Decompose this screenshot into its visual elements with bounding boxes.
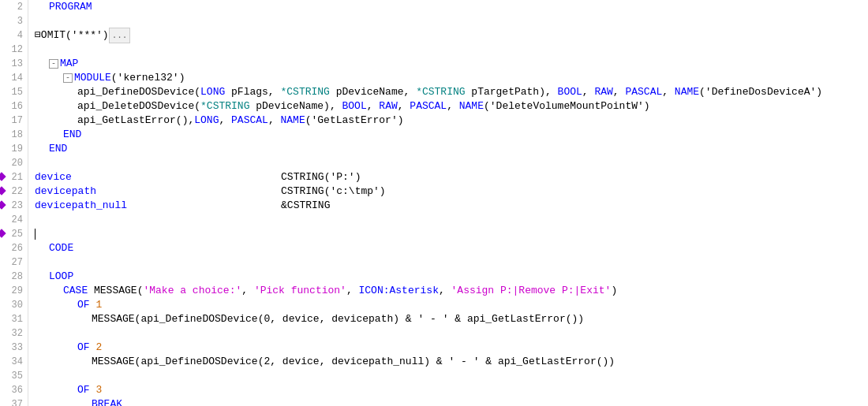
line-number: 22 — [0, 184, 28, 199]
collapsed-block[interactable]: ... — [109, 28, 131, 43]
code-token: MAP — [60, 57, 78, 71]
diamond-marker — [0, 229, 6, 237]
table-row — [35, 14, 868, 28]
code-token — [90, 341, 96, 355]
code-token: NAME — [280, 114, 305, 128]
code-token: *CSTRING — [416, 85, 465, 99]
table-row — [35, 156, 868, 170]
code-token: pTargetPath), — [466, 85, 558, 99]
line-number: 23 — [0, 199, 28, 213]
code-token: , — [398, 99, 410, 114]
line-number: 34 — [0, 355, 28, 369]
table-row: END — [35, 142, 868, 156]
line-number: 12 — [0, 43, 28, 57]
code-token: CSTRING('c:\tmp') — [96, 184, 386, 199]
code-token: LOOP — [49, 270, 73, 284]
code-token: ('DeleteVolumeMountPointW') — [484, 99, 650, 114]
code-token: ('GetLastError') — [305, 114, 404, 128]
fold-icon[interactable]: - — [63, 73, 73, 83]
code-token: CSTRING('P:') — [72, 170, 361, 184]
table-row: devicepath CSTRING('c:\tmp') — [35, 184, 868, 199]
code-token: MESSAGE( — [88, 284, 143, 298]
code-token: 3 — [95, 383, 102, 397]
line-number: 18 — [0, 128, 28, 142]
code-token: pFlags, — [225, 85, 280, 99]
line-number: 21 — [0, 170, 28, 184]
code-area[interactable]: PROGRAM⊟OMIT('***')...-MAP-MODULE('kerne… — [28, 0, 868, 406]
line-number: 15 — [0, 85, 28, 99]
code-token: , — [367, 99, 380, 114]
table-row: MESSAGE(api_DefineDOSDevice(2, device, d… — [35, 355, 868, 369]
table-row: api_GetLastError(),LONG, PASCAL, NAME('G… — [35, 114, 868, 128]
code-token: , — [613, 85, 626, 99]
code-token: , — [447, 99, 459, 114]
table-row — [35, 255, 868, 270]
line-numbers: 2341213141516171819202122232425262728293… — [0, 0, 28, 406]
code-token: device — [35, 170, 72, 184]
table-row: OF 3 — [35, 383, 868, 397]
code-token: (api_DefineDOSDevice(2, device, devicepa… — [135, 355, 615, 369]
code-token: *CSTRING — [200, 99, 249, 114]
line-number: 29 — [0, 284, 28, 298]
code-token: LONG — [194, 114, 219, 128]
code-token: BOOL — [558, 85, 582, 99]
code-token: END — [63, 128, 81, 142]
line-number: 3 — [0, 14, 28, 28]
line-number: 20 — [0, 156, 28, 170]
line-gutter: 2341213141516171819202122232425262728293… — [0, 0, 28, 406]
code-token: 2 — [95, 341, 102, 355]
line-number: 37 — [0, 397, 28, 406]
table-row: OF 2 — [35, 341, 868, 355]
code-token: PASCAL — [410, 99, 447, 114]
code-token: MESSAGE — [92, 355, 135, 369]
line-number: 24 — [0, 213, 28, 227]
code-token: api_DefineDOSDevice — [77, 85, 194, 99]
line-number: 35 — [0, 369, 28, 383]
diamond-marker — [0, 200, 6, 209]
code-token: OF — [77, 383, 90, 397]
code-token: , — [346, 284, 359, 298]
table-row — [35, 43, 868, 57]
line-number: 32 — [0, 326, 28, 341]
code-token: *CSTRING — [280, 85, 329, 99]
code-token: ( — [194, 85, 200, 99]
code-token: BOOL — [342, 99, 367, 114]
code-token: , — [241, 284, 254, 298]
table-row: CODE — [35, 241, 868, 255]
code-token: devicepath — [35, 184, 96, 199]
code-token: 'Pick function' — [254, 284, 346, 298]
table-row: END — [35, 128, 868, 142]
line-number: 36 — [0, 383, 28, 397]
code-token: OF — [77, 341, 90, 355]
code-token: LONG — [200, 85, 225, 99]
code-token: pDeviceName, — [330, 85, 416, 99]
code-token: RAW — [379, 99, 397, 114]
table-row: BREAK — [35, 397, 868, 406]
line-number: 33 — [0, 341, 28, 355]
table-row: OF 1 — [35, 298, 868, 312]
code-token: PROGRAM — [49, 0, 92, 14]
table-row: PROGRAM — [35, 0, 868, 14]
diamond-marker — [0, 186, 6, 195]
code-token: , — [219, 114, 231, 128]
code-token: ('kernel32') — [111, 71, 185, 85]
code-token: ('DefineDosDeviceA') — [699, 85, 822, 99]
code-token: END — [49, 142, 67, 156]
fold-icon[interactable]: - — [49, 59, 58, 69]
code-token: PASCAL — [231, 114, 268, 128]
table-row: api_DeleteDOSDevice(*CSTRING pDeviceName… — [35, 99, 868, 114]
line-number: 2 — [0, 0, 28, 14]
table-row — [35, 326, 868, 341]
line-number: 27 — [0, 255, 28, 270]
code-token: api_GetLastError — [77, 114, 176, 128]
code-token: CODE — [49, 241, 73, 255]
code-token: , — [662, 85, 675, 99]
line-number: 25 — [0, 227, 28, 241]
table-row: MESSAGE(api_DefineDOSDevice(0, device, d… — [35, 312, 868, 326]
line-number: 17 — [0, 114, 28, 128]
table-row — [35, 369, 868, 383]
code-token: 'Assign P:|Remove P:|Exit' — [451, 284, 612, 298]
table-row: CASE MESSAGE('Make a choice:', 'Pick fun… — [35, 284, 868, 298]
table-row: device CSTRING('P:') — [35, 170, 868, 184]
code-token: ICON:Asterisk — [359, 284, 439, 298]
